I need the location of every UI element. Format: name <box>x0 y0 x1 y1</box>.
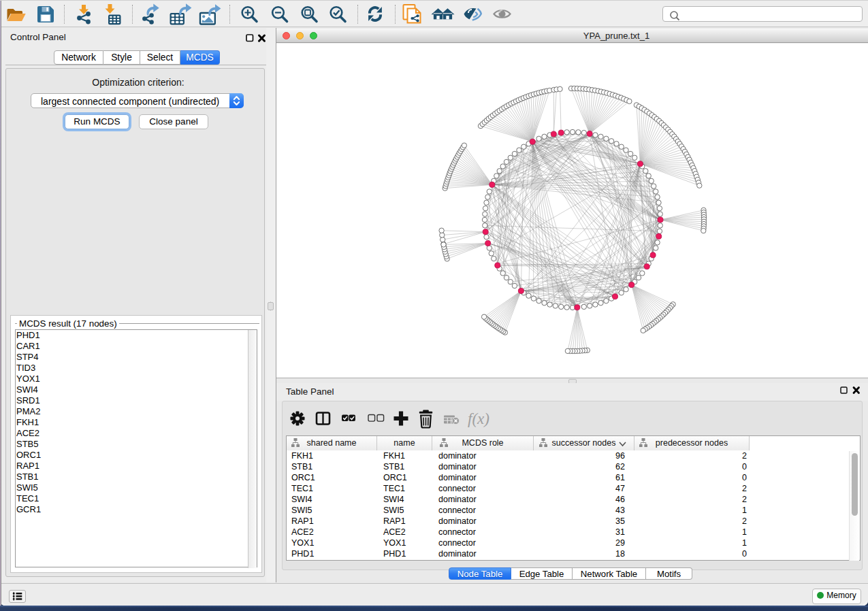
svg-text:f(x): f(x) <box>468 410 489 427</box>
